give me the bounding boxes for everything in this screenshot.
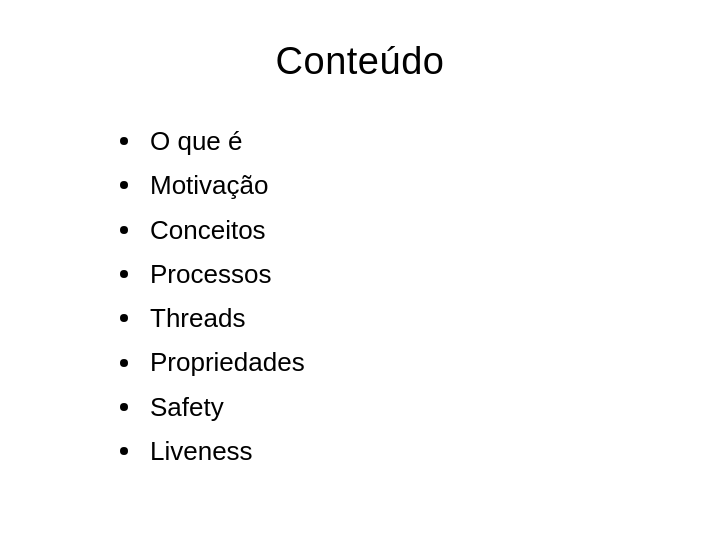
bullet-text: Liveness [150, 431, 253, 471]
list-item: Propriedades [120, 340, 720, 384]
bullet-text: Safety [150, 387, 224, 427]
bullet-dot-icon [120, 314, 128, 322]
bullet-dot-icon [120, 181, 128, 189]
list-item: Safety [120, 385, 720, 429]
list-item: O que é [120, 119, 720, 163]
list-item: Liveness [120, 429, 720, 473]
bullet-text: Processos [150, 254, 271, 294]
bullet-text: Conceitos [150, 210, 266, 250]
bullet-text: Threads [150, 298, 245, 338]
bullet-text: O que é [150, 121, 243, 161]
bullet-dot-icon [120, 403, 128, 411]
bullet-dot-icon [120, 226, 128, 234]
bullet-text: Propriedades [150, 342, 305, 382]
bullet-list: O que éMotivaçãoConceitosProcessosThread… [120, 119, 720, 473]
bullet-text: Motivação [150, 165, 269, 205]
list-item: Threads [120, 296, 720, 340]
bullet-dot-icon [120, 270, 128, 278]
bullet-dot-icon [120, 137, 128, 145]
list-item: Conceitos [120, 208, 720, 252]
content-area: O que éMotivaçãoConceitosProcessosThread… [0, 119, 720, 473]
slide-title: Conteúdo [276, 40, 445, 83]
list-item: Motivação [120, 163, 720, 207]
bullet-dot-icon [120, 447, 128, 455]
slide-container: Conteúdo O que éMotivaçãoConceitosProces… [0, 0, 720, 540]
list-item: Processos [120, 252, 720, 296]
bullet-dot-icon [120, 359, 128, 367]
